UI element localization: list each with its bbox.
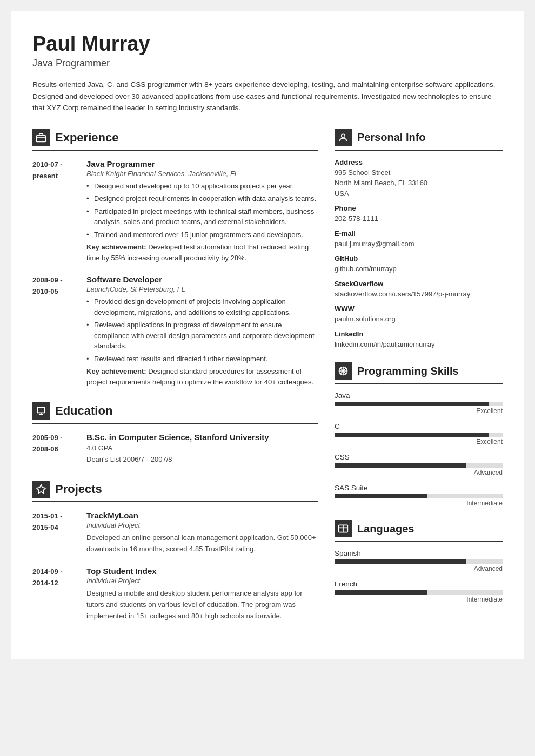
project-description-2: Designed a mobile and desktop student pe… — [86, 588, 318, 622]
programming-skills-icon — [335, 362, 352, 380]
key-achievement-1: Key achievement: Developed test automati… — [86, 242, 318, 263]
skill-level-c: Excellent — [335, 438, 503, 446]
education-icon — [32, 402, 50, 420]
experience-entry-2: 2008-09 - 2010-05 Software Developer Lau… — [32, 275, 318, 387]
projects-title: Projects — [55, 482, 102, 496]
candidate-name: Paul Murray — [32, 32, 503, 56]
bullet-item: Reviewed applications in progress of dev… — [86, 320, 318, 352]
project-title-2: Top Student Index — [86, 566, 318, 576]
personal-info-section: Personal Info Address 995 School StreetN… — [335, 129, 503, 350]
personal-info-icon — [335, 129, 352, 146]
education-extra: Dean's List 2006/7 - 2007/8 — [86, 454, 318, 465]
svg-rect-0 — [37, 136, 46, 142]
education-title: Education — [55, 404, 112, 418]
lang-bar-french — [335, 590, 503, 595]
skill-fill-css — [335, 463, 466, 468]
project-entry-2: 2014-09 - 2014-12 Top Student Index Indi… — [32, 566, 318, 622]
skill-name-c: C — [335, 422, 503, 430]
skill-bar-sas — [335, 494, 503, 498]
skill-fill-java — [335, 402, 489, 406]
project-entry-1: 2015-01 - 2015-04 TrackMyLoan Individual… — [32, 511, 318, 555]
project-body-1: TrackMyLoan Individual Project Developed… — [86, 511, 318, 555]
bullet-item: Designed project requirements in coopera… — [86, 193, 318, 204]
education-gpa: 4.0 GPA — [86, 443, 318, 454]
lang-name-spanish: Spanish — [335, 549, 503, 557]
experience-header: Experience — [32, 129, 318, 151]
education-date-1: 2005-09 - 2008-06 — [32, 433, 76, 465]
skill-css: CSS Advanced — [335, 453, 503, 476]
header: Paul Murray Java Programmer Results-orie… — [32, 32, 503, 129]
personal-info-fields: Address 995 School StreetNorth Miami Bea… — [335, 158, 503, 350]
bullet-item: Reviewed test results and directed furth… — [86, 354, 318, 364]
languages-header: Languages — [335, 520, 503, 542]
project-subtitle-1: Individual Project — [86, 521, 318, 529]
phone-label: Phone — [335, 204, 503, 212]
lang-spanish: Spanish Advanced — [335, 549, 503, 572]
svg-marker-2 — [37, 485, 46, 494]
experience-job-title-2: Software Developer — [86, 275, 318, 284]
skill-java: Java Excellent — [335, 392, 503, 415]
project-description-1: Developed an online personal loan manage… — [86, 532, 318, 555]
experience-job-title-1: Java Programmer — [86, 159, 318, 168]
projects-icon — [32, 481, 50, 498]
skill-name-sas: SAS Suite — [335, 484, 503, 492]
experience-icon — [32, 129, 50, 146]
skill-bar-java — [335, 402, 503, 406]
address-value: 995 School StreetNorth Miami Beach, FL 3… — [335, 167, 503, 199]
project-date-2: 2014-09 - 2014-12 — [32, 566, 76, 622]
lang-level-spanish: Advanced — [335, 565, 503, 572]
experience-company-1: Black Knight Financial Services, Jackson… — [86, 170, 318, 178]
skill-bar-css — [335, 463, 503, 468]
experience-body-2: Software Developer LaunchCode, St Peters… — [86, 275, 318, 387]
project-date-1: 2015-01 - 2015-04 — [32, 511, 76, 555]
main-content: Experience 2010-07 - present Java Progra… — [32, 129, 503, 637]
candidate-title: Java Programmer — [32, 58, 503, 69]
bullet-item: Participated in project meetings with te… — [86, 206, 318, 227]
programming-skills-title: Programming Skills — [357, 365, 459, 377]
email-label: E-mail — [335, 230, 503, 238]
programming-skills-header: Programming Skills — [335, 362, 503, 384]
projects-section: Projects 2015-01 - 2015-04 TrackMyLoan I… — [32, 481, 318, 622]
linkedin-value: linkedin.com/in/pauljamiemurray — [335, 339, 503, 350]
languages-section: Languages Spanish Advanced French Interm… — [335, 520, 503, 603]
linkedin-label: LinkedIn — [335, 330, 503, 338]
lang-bar-spanish — [335, 559, 503, 564]
experience-bullets-1: Designed and developed up to 10 applicat… — [86, 181, 318, 240]
lang-level-french: Intermediate — [335, 596, 503, 603]
svg-point-3 — [342, 134, 345, 138]
stackoverflow-label: StackOverflow — [335, 280, 503, 288]
projects-header: Projects — [32, 481, 318, 502]
personal-info-header: Personal Info — [335, 129, 503, 151]
languages-icon — [335, 520, 352, 537]
bullet-item: Provided design development of projects … — [86, 296, 318, 318]
project-body-2: Top Student Index Individual Project Des… — [86, 566, 318, 622]
skill-sas: SAS Suite Intermediate — [335, 484, 503, 507]
github-value: github.com/murrayp — [335, 264, 503, 274]
lang-name-french: French — [335, 580, 503, 588]
candidate-summary: Results-oriented Java, C, and CSS progra… — [32, 79, 503, 114]
experience-title: Experience — [55, 131, 118, 145]
bullet-item: Trained and mentored over 15 junior prog… — [86, 230, 318, 240]
personal-info-title: Personal Info — [357, 131, 426, 144]
lang-fill-spanish — [335, 559, 466, 564]
left-column: Experience 2010-07 - present Java Progra… — [32, 129, 318, 637]
education-body-1: B.Sc. in Computer Science, Stanford Univ… — [86, 433, 318, 465]
stackoverflow-value: stackoverflow.com/users/157997/p-j-murra… — [335, 289, 503, 300]
skill-level-java: Excellent — [335, 407, 503, 415]
www-label: WWW — [335, 305, 503, 313]
key-achievement-2: Key achievement: Designed standard proce… — [86, 366, 318, 387]
skill-level-sas: Intermediate — [335, 500, 503, 507]
skill-name-java: Java — [335, 392, 503, 400]
experience-date-2: 2008-09 - 2010-05 — [32, 275, 76, 387]
experience-section: Experience 2010-07 - present Java Progra… — [32, 129, 318, 388]
education-header: Education — [32, 402, 318, 424]
resume-container: Paul Murray Java Programmer Results-orie… — [11, 11, 524, 659]
education-entry-1: 2005-09 - 2008-06 B.Sc. in Computer Scie… — [32, 433, 318, 465]
project-title-1: TrackMyLoan — [86, 511, 318, 520]
github-label: GitHub — [335, 254, 503, 262]
right-column: Personal Info Address 995 School StreetN… — [335, 129, 503, 637]
skill-level-css: Advanced — [335, 469, 503, 476]
experience-bullets-2: Provided design development of projects … — [86, 296, 318, 364]
lang-fill-french — [335, 590, 427, 595]
experience-date-1: 2010-07 - present — [32, 159, 76, 264]
